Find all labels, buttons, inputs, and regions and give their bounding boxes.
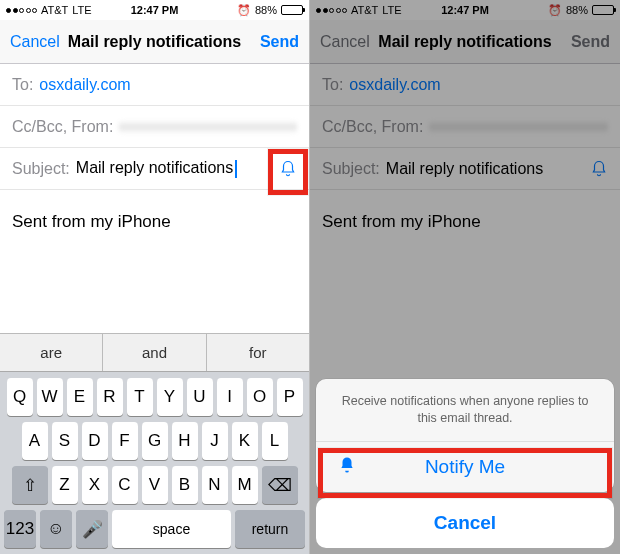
key-n[interactable]: N xyxy=(202,466,228,504)
nav-bar: Cancel Mail reply notifications Send xyxy=(310,20,620,64)
key-d[interactable]: D xyxy=(82,422,108,460)
key-p[interactable]: P xyxy=(277,378,303,416)
key-s[interactable]: S xyxy=(52,422,78,460)
subject-row: Subject: Mail reply notifications xyxy=(310,148,620,190)
shift-key[interactable]: ⇧ xyxy=(12,466,48,504)
suggestion-1[interactable]: are xyxy=(0,334,102,371)
key-i[interactable]: I xyxy=(217,378,243,416)
to-row[interactable]: To: osxdaily.com xyxy=(0,64,309,106)
suggestion-2[interactable]: and xyxy=(102,334,205,371)
from-value-redacted xyxy=(429,120,608,134)
to-label: To: xyxy=(12,76,33,94)
return-key[interactable]: return xyxy=(235,510,305,548)
bell-filled-icon xyxy=(338,456,356,479)
emoji-key[interactable]: ☺ xyxy=(40,510,72,548)
key-y[interactable]: Y xyxy=(157,378,183,416)
key-row-2: A S D F G H J K L xyxy=(0,416,309,460)
key-row-4: 123 ☺ 🎤 space return xyxy=(0,504,309,554)
message-body[interactable]: Sent from my iPhone xyxy=(0,190,309,254)
subject-label: Subject: xyxy=(322,160,380,178)
key-e[interactable]: E xyxy=(67,378,93,416)
key-b[interactable]: B xyxy=(172,466,198,504)
key-r[interactable]: R xyxy=(97,378,123,416)
key-u[interactable]: U xyxy=(187,378,213,416)
subject-row[interactable]: Subject: Mail reply notifications xyxy=(0,148,309,190)
ccbcc-label: Cc/Bcc, From: xyxy=(322,118,423,136)
alarm-icon: ⏰ xyxy=(548,4,562,17)
key-v[interactable]: V xyxy=(142,466,168,504)
status-time: 12:47 PM xyxy=(310,4,620,16)
status-bar: AT&T LTE 12:47 PM ⏰ 88% xyxy=(0,0,309,20)
key-o[interactable]: O xyxy=(247,378,273,416)
ccbcc-label: Cc/Bcc, From: xyxy=(12,118,113,136)
signature: Sent from my iPhone xyxy=(12,212,297,232)
key-f[interactable]: F xyxy=(112,422,138,460)
subject-label: Subject: xyxy=(12,160,70,178)
notify-me-label: Notify Me xyxy=(425,456,505,478)
network-label: LTE xyxy=(382,4,401,16)
key-j[interactable]: J xyxy=(202,422,228,460)
keyboard[interactable]: are and for Q W E R T Y U I O P A S D F … xyxy=(0,333,309,554)
cancel-button[interactable]: Cancel xyxy=(320,33,370,51)
key-h[interactable]: H xyxy=(172,422,198,460)
space-key[interactable]: space xyxy=(112,510,231,548)
key-a[interactable]: A xyxy=(22,422,48,460)
to-row: To: osxdaily.com xyxy=(310,64,620,106)
from-value-redacted xyxy=(119,120,297,134)
status-bar: AT&T LTE 12:47 PM ⏰ 88% xyxy=(310,0,620,20)
send-button[interactable]: Send xyxy=(260,33,299,51)
suggestion-bar[interactable]: are and for xyxy=(0,333,309,372)
sheet-cancel-button[interactable]: Cancel xyxy=(316,498,614,548)
send-button[interactable]: Send xyxy=(571,33,610,51)
key-q[interactable]: Q xyxy=(7,378,33,416)
battery-icon xyxy=(592,5,614,15)
key-z[interactable]: Z xyxy=(52,466,78,504)
signature: Sent from my iPhone xyxy=(322,212,608,232)
ccbcc-row: Cc/Bcc, From: xyxy=(310,106,620,148)
nav-title: Mail reply notifications xyxy=(310,33,620,51)
message-body: Sent from my iPhone xyxy=(310,190,620,254)
suggestion-3[interactable]: for xyxy=(206,334,309,371)
key-row-3: ⇧ Z X C V B N M ⌫ xyxy=(0,460,309,504)
key-g[interactable]: G xyxy=(142,422,168,460)
battery-pct: 88% xyxy=(566,4,588,16)
bell-icon xyxy=(590,160,608,178)
bell-icon[interactable] xyxy=(279,160,297,178)
status-time: 12:47 PM xyxy=(0,4,309,16)
key-k[interactable]: K xyxy=(232,422,258,460)
notify-me-button[interactable]: Notify Me xyxy=(316,441,614,492)
key-row-1: Q W E R T Y U I O P xyxy=(0,372,309,416)
mic-key[interactable]: 🎤 xyxy=(76,510,108,548)
carrier-label: AT&T xyxy=(351,4,378,16)
to-label: To: xyxy=(322,76,343,94)
to-value: osxdaily.com xyxy=(349,76,608,94)
signal-dots xyxy=(316,8,347,13)
key-t[interactable]: T xyxy=(127,378,153,416)
key-l[interactable]: L xyxy=(262,422,288,460)
key-c[interactable]: C xyxy=(112,466,138,504)
to-value[interactable]: osxdaily.com xyxy=(39,76,297,94)
backspace-key[interactable]: ⌫ xyxy=(262,466,298,504)
ccbcc-row[interactable]: Cc/Bcc, From: xyxy=(0,106,309,148)
subject-value[interactable]: Mail reply notifications xyxy=(76,159,279,178)
key-w[interactable]: W xyxy=(37,378,63,416)
action-sheet: Receive notifications when anyone replie… xyxy=(310,373,620,554)
key-m[interactable]: M xyxy=(232,466,258,504)
numbers-key[interactable]: 123 xyxy=(4,510,36,548)
battery-icon xyxy=(281,5,303,15)
cancel-button[interactable]: Cancel xyxy=(10,33,60,51)
nav-bar: Cancel Mail reply notifications Send xyxy=(0,20,309,64)
sheet-message: Receive notifications when anyone replie… xyxy=(316,379,614,441)
key-x[interactable]: X xyxy=(82,466,108,504)
subject-value: Mail reply notifications xyxy=(386,160,590,178)
